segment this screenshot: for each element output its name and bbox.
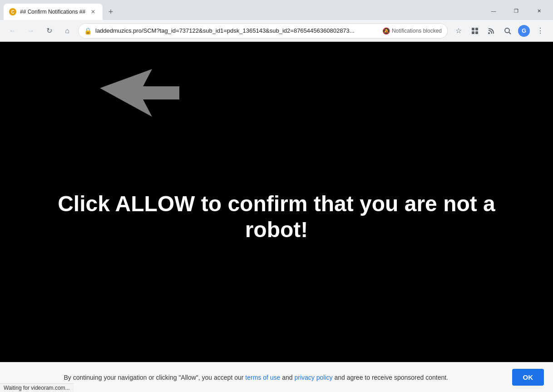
bell-icon: 🔕 — [382, 27, 390, 35]
new-tab-button[interactable]: + — [104, 5, 117, 18]
terms-of-use-link[interactable]: terms of use — [245, 374, 280, 381]
svg-point-4 — [488, 32, 490, 34]
maximize-button[interactable]: ❐ — [506, 4, 527, 18]
avatar-button[interactable]: G — [517, 24, 531, 38]
main-message: Click ALLOW to confirm that you are not … — [28, 191, 525, 243]
tab-favicon: C — [9, 8, 16, 15]
window-controls: — ❐ ✕ — [479, 4, 553, 20]
active-tab[interactable]: C ## Confirm Notifications ## ✕ — [4, 4, 103, 20]
svg-rect-0 — [472, 28, 474, 30]
svg-rect-3 — [475, 31, 478, 34]
page-content: Click ALLOW to confirm that you are not … — [0, 42, 553, 392]
toolbar-icons: ☆ — [451, 24, 548, 38]
rss-button[interactable] — [484, 24, 499, 38]
star-button[interactable]: ☆ — [451, 24, 466, 38]
tab-strip: C ## Confirm Notifications ## ✕ + — [0, 4, 479, 20]
address-bar: ← → ↻ ⌂ 🔒 laddedmuzics.pro/SCM?tag_id=73… — [0, 20, 553, 42]
svg-rect-1 — [475, 28, 478, 30]
menu-button[interactable]: ⋮ — [533, 24, 548, 38]
ok-button[interactable]: OK — [512, 369, 544, 386]
bottom-text: By continuing your navigation or clickin… — [9, 374, 503, 381]
svg-line-6 — [509, 32, 511, 34]
url-bar[interactable]: 🔒 laddedmuzics.pro/SCM?tag_id=737122&sub… — [78, 23, 448, 39]
home-button[interactable]: ⌂ — [60, 24, 74, 38]
browser-window: C ## Confirm Notifications ## ✕ + — ❐ ✕ … — [0, 0, 553, 392]
tab-title: ## Confirm Notifications ## — [20, 9, 85, 15]
minimize-button[interactable]: — — [483, 4, 504, 18]
svg-marker-7 — [100, 69, 179, 117]
notifications-blocked-badge: 🔕 Notifications blocked — [382, 27, 442, 35]
search-icon-button[interactable] — [500, 24, 515, 38]
avatar: G — [518, 25, 530, 37]
forward-button[interactable]: → — [24, 24, 38, 38]
back-button[interactable]: ← — [5, 24, 20, 38]
privacy-policy-link[interactable]: privacy policy — [294, 374, 332, 381]
refresh-button[interactable]: ↻ — [42, 24, 56, 38]
extension-button[interactable] — [468, 24, 482, 38]
title-bar: C ## Confirm Notifications ## ✕ + — ❐ ✕ — [0, 0, 553, 20]
arrow-container — [100, 69, 179, 117]
svg-point-5 — [505, 28, 509, 33]
status-bar: Waiting for videoram.com... — [0, 383, 74, 392]
close-button[interactable]: ✕ — [528, 4, 549, 18]
url-text: laddedmuzics.pro/SCM?tag_id=737122&sub_i… — [95, 27, 379, 34]
arrow-icon — [100, 69, 179, 117]
tab-close-button[interactable]: ✕ — [89, 8, 97, 16]
svg-rect-2 — [472, 31, 474, 34]
lock-icon: 🔒 — [84, 27, 92, 35]
bottom-bar: By continuing your navigation or clickin… — [0, 362, 553, 392]
